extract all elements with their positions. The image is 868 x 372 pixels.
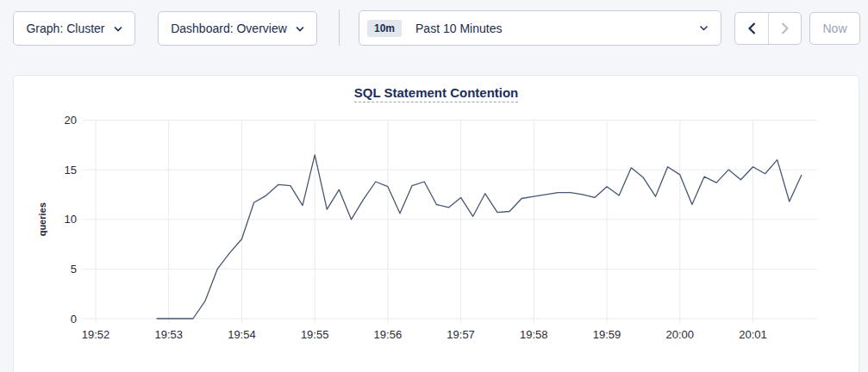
x-tick-label: 19:56: [374, 328, 403, 341]
toolbar-divider: [339, 9, 340, 46]
chevron-down-icon: [699, 25, 709, 31]
dashboard-dropdown[interactable]: Dashboard: Overview: [158, 11, 317, 46]
y-tick-label: 5: [71, 263, 77, 276]
y-tick-label: 0: [71, 313, 77, 326]
graph-dropdown[interactable]: Graph: Cluster: [13, 11, 135, 46]
y-tick-label: 10: [65, 213, 77, 226]
chart-card: SQL Statement Contention 0510152019:5219…: [13, 75, 859, 372]
x-tick-label: 19:57: [446, 328, 475, 341]
now-button[interactable]: Now: [809, 12, 860, 45]
x-tick-label: 19:55: [301, 328, 329, 341]
time-range-badge: 10m: [367, 20, 402, 37]
time-shift-button-group: [734, 12, 802, 45]
time-range-picker[interactable]: 10m Past 10 Minutes: [359, 10, 721, 46]
x-tick-label: 19:59: [593, 328, 621, 341]
sql-statement-contention-chart[interactable]: 0510152019:5219:5319:5419:5519:5619:5719…: [14, 76, 859, 372]
queries-series-line: [157, 155, 802, 319]
time-range-label: Past 10 Minutes: [415, 22, 699, 35]
x-tick-label: 20:00: [665, 328, 694, 341]
graph-dropdown-label: Graph: Cluster: [26, 22, 104, 35]
x-tick-label: 20:01: [739, 328, 767, 341]
chevron-down-icon: [114, 26, 122, 32]
y-axis-label: queries: [37, 202, 47, 236]
chevron-left-icon: [748, 22, 756, 34]
x-tick-label: 19:54: [228, 328, 256, 341]
x-tick-label: 19:52: [82, 328, 110, 341]
chevron-right-icon: [781, 22, 789, 34]
y-tick-label: 15: [65, 164, 77, 177]
y-tick-label: 20: [65, 114, 77, 127]
dashboard-dropdown-label: Dashboard: Overview: [171, 22, 287, 35]
toolbar: Graph: Cluster Dashboard: Overview 10m P…: [0, 0, 868, 57]
chevron-down-icon: [296, 26, 304, 32]
time-shift-prev-button[interactable]: [735, 13, 768, 44]
time-shift-next-button[interactable]: [768, 13, 801, 44]
x-tick-label: 19:53: [154, 328, 183, 341]
x-tick-label: 19:58: [520, 328, 548, 341]
